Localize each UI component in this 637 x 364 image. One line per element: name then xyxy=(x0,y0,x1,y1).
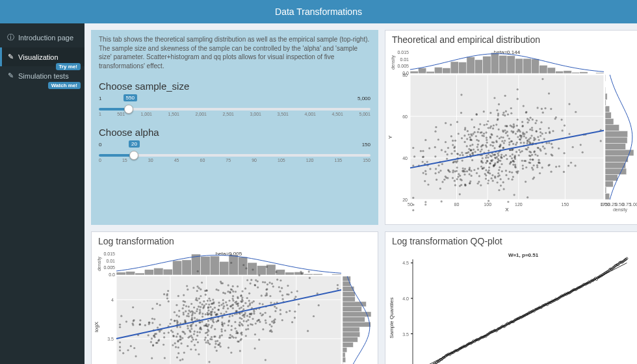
svg-rect-686 xyxy=(343,347,347,352)
svg-point-1155 xyxy=(274,318,276,320)
svg-rect-700 xyxy=(343,276,350,281)
svg-point-83 xyxy=(471,118,473,120)
svg-point-541 xyxy=(494,176,496,177)
svg-point-546 xyxy=(445,176,447,177)
svg-point-312 xyxy=(515,151,517,153)
svg-rect-59 xyxy=(605,156,628,162)
controls-panel: This tab shows the theoretical sampling … xyxy=(91,30,378,225)
svg-point-1226 xyxy=(151,357,153,359)
svg-point-577 xyxy=(514,156,516,158)
svg-point-1109 xyxy=(220,281,222,283)
svg-point-87 xyxy=(488,127,489,129)
svg-point-274 xyxy=(526,122,528,124)
svg-point-308 xyxy=(534,122,536,124)
svg-point-310 xyxy=(525,136,527,138)
svg-point-405 xyxy=(564,124,566,126)
svg-point-472 xyxy=(514,194,515,196)
svg-point-591 xyxy=(460,178,462,180)
svg-point-325 xyxy=(422,161,424,162)
svg-point-545 xyxy=(503,142,505,144)
svg-text:0.015: 0.015 xyxy=(103,252,115,256)
svg-point-373 xyxy=(443,179,445,181)
svg-rect-691 xyxy=(343,322,370,327)
svg-point-869 xyxy=(127,349,129,351)
svg-point-1162 xyxy=(144,324,146,326)
sidebar-item-visualization[interactable]: ✎ Visualization Try me! xyxy=(0,47,84,66)
slider-track[interactable] xyxy=(99,108,370,110)
svg-point-458 xyxy=(454,184,456,186)
svg-point-989 xyxy=(163,293,165,295)
svg-point-789 xyxy=(270,325,272,327)
sidebar-item-label: Simulation tests xyxy=(18,72,69,80)
svg-point-1184 xyxy=(211,338,213,340)
svg-point-366 xyxy=(510,125,512,127)
svg-point-431 xyxy=(468,133,470,135)
svg-point-986 xyxy=(119,324,121,326)
svg-point-468 xyxy=(558,165,560,167)
svg-rect-45 xyxy=(580,72,588,73)
svg-point-117 xyxy=(499,166,500,168)
svg-point-177 xyxy=(425,173,427,175)
svg-point-803 xyxy=(257,287,259,289)
svg-point-1014 xyxy=(232,300,234,302)
svg-point-551 xyxy=(528,151,530,153)
svg-point-392 xyxy=(531,167,533,169)
svg-point-419 xyxy=(519,138,521,140)
svg-point-132 xyxy=(489,144,491,146)
svg-point-479 xyxy=(549,131,551,133)
svg-point-1231 xyxy=(231,298,233,300)
svg-point-725 xyxy=(244,312,246,314)
slider-thumb[interactable] xyxy=(129,151,138,160)
svg-point-532 xyxy=(526,196,528,198)
svg-point-783 xyxy=(209,300,211,302)
svg-point-972 xyxy=(205,337,207,339)
svg-point-414 xyxy=(486,131,488,133)
svg-point-305 xyxy=(517,98,519,100)
svg-text:logX: logX xyxy=(94,321,99,332)
svg-point-101 xyxy=(502,114,504,116)
svg-point-337 xyxy=(479,123,481,125)
info-icon: ⓘ xyxy=(6,32,14,42)
slider-thumb[interactable] xyxy=(124,105,133,114)
svg-point-861 xyxy=(229,334,231,336)
svg-point-236 xyxy=(446,158,448,160)
svg-point-221 xyxy=(456,121,458,123)
svg-point-1005 xyxy=(211,324,213,326)
sidebar-item-intro[interactable]: ⓘ Introduction page xyxy=(0,27,84,47)
svg-point-346 xyxy=(500,153,502,155)
svg-rect-673 xyxy=(313,274,322,275)
svg-point-981 xyxy=(259,312,261,314)
sidebar-item-simulation[interactable]: ✎ Simulation tests Watch me! xyxy=(0,66,84,85)
svg-point-409 xyxy=(488,170,490,172)
alpha-slider[interactable]: 0 150 20 0153045607590105120135150 xyxy=(99,142,370,162)
svg-point-494 xyxy=(452,177,454,179)
svg-point-728 xyxy=(132,324,134,326)
svg-point-1020 xyxy=(180,343,182,344)
svg-point-987 xyxy=(232,304,234,306)
svg-point-377 xyxy=(540,122,542,124)
svg-point-79 xyxy=(582,151,584,153)
sample-size-slider[interactable]: 1 5,000 550 15011,0011,5012,0012,5013,00… xyxy=(99,96,370,116)
svg-point-482 xyxy=(441,181,443,183)
svg-point-913 xyxy=(220,304,222,306)
svg-point-1135 xyxy=(186,285,188,287)
svg-point-1222 xyxy=(240,332,242,333)
svg-point-718 xyxy=(159,304,161,306)
svg-point-1206 xyxy=(205,332,207,334)
svg-point-448 xyxy=(477,168,479,170)
svg-point-219 xyxy=(537,107,539,109)
svg-point-537 xyxy=(499,160,501,162)
svg-point-123 xyxy=(498,189,500,191)
svg-point-114 xyxy=(438,171,440,173)
svg-point-245 xyxy=(427,183,429,185)
svg-point-992 xyxy=(258,339,260,341)
svg-point-626 xyxy=(493,164,495,166)
svg-point-207 xyxy=(541,166,543,168)
slider-track[interactable] xyxy=(99,154,370,157)
svg-point-386 xyxy=(487,157,489,159)
svg-point-487 xyxy=(496,156,498,158)
svg-point-1219 xyxy=(218,305,220,307)
svg-point-603 xyxy=(465,152,467,154)
svg-point-623 xyxy=(412,209,414,211)
svg-point-254 xyxy=(498,103,500,105)
